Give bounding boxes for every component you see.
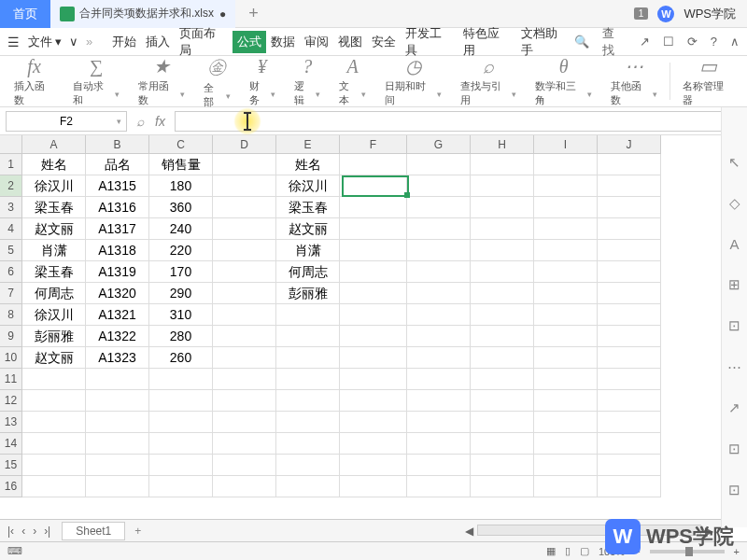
cell-H13[interactable] [471, 412, 534, 433]
cell-E7[interactable]: 彭丽雅 [276, 283, 340, 304]
cell-C4[interactable]: 240 [149, 218, 213, 240]
col-header-G[interactable]: G [407, 135, 471, 154]
cell-D11[interactable] [213, 369, 276, 390]
cell-C5[interactable]: 220 [149, 240, 213, 261]
cell-C10[interactable]: 260 [149, 347, 213, 369]
cell-I12[interactable] [534, 390, 598, 412]
cell-C15[interactable] [149, 455, 213, 476]
side-icon-5[interactable]: ⋯ [727, 358, 741, 375]
cell-E14[interactable] [276, 433, 340, 455]
cell-A2[interactable]: 徐汉川 [22, 175, 86, 197]
cell-H9[interactable] [471, 326, 534, 347]
sheet-nav-1[interactable]: ‹ [21, 525, 25, 538]
cell-D5[interactable] [213, 240, 276, 261]
cell-D6[interactable] [213, 261, 276, 283]
cell-I14[interactable] [534, 433, 598, 455]
cell-H15[interactable] [471, 455, 534, 476]
cell-F16[interactable] [340, 476, 407, 497]
cell-I7[interactable] [534, 283, 598, 304]
cell-D10[interactable] [213, 347, 276, 369]
cell-E5[interactable]: 肖潇 [276, 240, 340, 261]
cell-I10[interactable] [534, 347, 598, 369]
ribbon-日期和时间[interactable]: ◷日期和时间 [376, 55, 450, 107]
row-header-10[interactable]: 10 [0, 347, 22, 369]
ribbon-自动求和[interactable]: ∑自动求和 [64, 56, 128, 107]
cell-A5[interactable]: 肖潇 [22, 240, 86, 261]
cell-E4[interactable]: 赵文丽 [276, 218, 340, 240]
cell-D4[interactable] [213, 218, 276, 240]
cell-I13[interactable] [534, 412, 598, 433]
cell-F8[interactable] [340, 304, 407, 326]
help-icon[interactable]: ? [711, 35, 717, 49]
search-button[interactable]: 查找 [602, 25, 627, 59]
cell-H4[interactable] [471, 218, 534, 240]
cell-G11[interactable] [407, 369, 471, 390]
cell-I1[interactable] [534, 154, 598, 175]
cell-B14[interactable] [86, 433, 149, 455]
cell-I11[interactable] [534, 369, 598, 390]
side-icon-0[interactable]: ↖ [728, 154, 740, 171]
cell-D3[interactable] [213, 197, 276, 218]
cell-G8[interactable] [407, 304, 471, 326]
row-header-15[interactable]: 15 [0, 455, 22, 476]
cell-A15[interactable] [22, 455, 86, 476]
cell-F14[interactable] [340, 433, 407, 455]
cell-C3[interactable]: 360 [149, 197, 213, 218]
row-header-1[interactable]: 1 [0, 154, 22, 175]
cell-A8[interactable]: 徐汉川 [22, 304, 86, 326]
cell-A12[interactable] [22, 390, 86, 412]
cell-J1[interactable] [598, 154, 661, 175]
cell-G5[interactable] [407, 240, 471, 261]
cell-E8[interactable] [276, 304, 340, 326]
col-header-F[interactable]: F [340, 135, 407, 154]
cell-F4[interactable] [340, 218, 407, 240]
cell-D15[interactable] [213, 455, 276, 476]
cell-J12[interactable] [598, 390, 661, 412]
zoom-in-button[interactable]: + [734, 546, 740, 557]
cell-F3[interactable] [340, 197, 407, 218]
row-header-4[interactable]: 4 [0, 218, 22, 240]
sheet-nav-3[interactable]: ›| [44, 525, 50, 538]
window-icon[interactable]: ☐ [663, 35, 674, 49]
notification-badge[interactable]: 1 [634, 7, 649, 20]
col-header-C[interactable]: C [149, 135, 213, 154]
col-header-B[interactable]: B [86, 135, 149, 154]
cell-B9[interactable]: A1322 [86, 326, 149, 347]
side-icon-1[interactable]: ◇ [729, 195, 740, 212]
col-header-J[interactable]: J [598, 135, 661, 154]
cell-F15[interactable] [340, 455, 407, 476]
file-menu[interactable]: 文件▾ [28, 34, 62, 50]
cell-C13[interactable] [149, 412, 213, 433]
ribbon-tab-7[interactable]: 安全 [367, 31, 401, 53]
cell-I4[interactable] [534, 218, 598, 240]
cell-F13[interactable] [340, 412, 407, 433]
cell-A6[interactable]: 梁玉春 [22, 261, 86, 283]
fx-icon[interactable]: fx [155, 114, 165, 129]
ribbon-tab-0[interactable]: 开始 [107, 31, 141, 53]
cell-G9[interactable] [407, 326, 471, 347]
cell-H7[interactable] [471, 283, 534, 304]
ribbon-全部[interactable]: ㊎全部 [195, 54, 238, 109]
row-header-3[interactable]: 3 [0, 197, 22, 218]
cell-J4[interactable] [598, 218, 661, 240]
cell-B6[interactable]: A1319 [86, 261, 149, 283]
cell-D12[interactable] [213, 390, 276, 412]
cell-C6[interactable]: 170 [149, 261, 213, 283]
sheet-tab[interactable]: Sheet1 [62, 522, 125, 540]
row-header-14[interactable]: 14 [0, 433, 22, 455]
ribbon-数学和三角[interactable]: θ数学和三角 [527, 56, 600, 107]
cell-C14[interactable] [149, 433, 213, 455]
menu-icon[interactable] [7, 35, 21, 49]
cell-B13[interactable] [86, 412, 149, 433]
cell-I2[interactable] [534, 175, 598, 197]
refresh-icon[interactable]: ⟳ [687, 35, 698, 49]
cell-F6[interactable] [340, 261, 407, 283]
spreadsheet-grid[interactable]: ABCDEFGHIJ 12345678910111213141516 姓名品名销… [0, 135, 747, 507]
cell-C12[interactable] [149, 390, 213, 412]
cell-B12[interactable] [86, 390, 149, 412]
row-header-5[interactable]: 5 [0, 240, 22, 261]
cell-A13[interactable] [22, 412, 86, 433]
cell-J16[interactable] [598, 476, 661, 497]
cell-J9[interactable] [598, 326, 661, 347]
name-box[interactable]: F2 [6, 111, 127, 132]
